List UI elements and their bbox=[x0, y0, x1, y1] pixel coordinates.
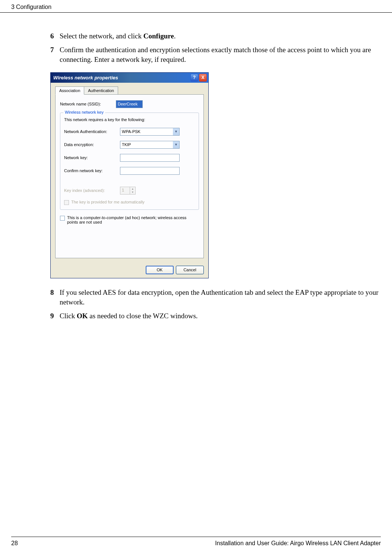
step-8: 8 If you selected AES for data encryptio… bbox=[50, 288, 381, 307]
step-text: Click OK as needed to close the WZC wind… bbox=[60, 311, 381, 321]
cancel-button[interactable]: Cancel bbox=[176, 266, 204, 274]
document-title: Installation and User Guide: Airgo Wirel… bbox=[215, 540, 381, 547]
wireless-properties-dialog: Wireless network properties ? X Associat… bbox=[50, 72, 209, 278]
dialog-footer: OK Cancel bbox=[51, 262, 208, 278]
auth-label: Network Authentication: bbox=[64, 129, 120, 134]
auto-key-label: The key is provided for me automatically bbox=[71, 200, 145, 204]
text-fragment: as needed to close the WZC windows. bbox=[88, 312, 197, 320]
screenshot-container: Wireless network properties ? X Associat… bbox=[50, 72, 381, 278]
bold-ui-term: OK bbox=[77, 312, 88, 320]
auth-row: Network Authentication: WPA-PSK ▼ bbox=[64, 128, 195, 136]
text-fragment: Click bbox=[60, 312, 77, 320]
encrypt-label: Data encryption: bbox=[64, 142, 120, 147]
dropdown-value: TKIP bbox=[120, 142, 132, 147]
adhoc-label: This is a computer-to-computer (ad hoc) … bbox=[67, 215, 190, 224]
adhoc-checkbox[interactable] bbox=[60, 216, 65, 221]
dialog-titlebar: Wireless network properties ? X bbox=[51, 73, 208, 83]
netkey-label: Network key: bbox=[64, 155, 120, 160]
step-number: 9 bbox=[50, 311, 60, 321]
key-index-label: Key index (advanced): bbox=[64, 188, 120, 193]
arrow-down-icon: ▼ bbox=[130, 190, 135, 194]
confirm-key-input[interactable] bbox=[120, 167, 180, 175]
chevron-down-icon: ▼ bbox=[173, 128, 179, 135]
ok-button[interactable]: OK bbox=[146, 266, 174, 274]
page-number: 28 bbox=[11, 540, 18, 547]
fieldset-description: This network requires a key for the foll… bbox=[64, 117, 195, 122]
step-text: Select the network, and click Configure. bbox=[60, 31, 381, 41]
step-9: 9 Click OK as needed to close the WZC wi… bbox=[50, 311, 381, 321]
adhoc-section: This is a computer-to-computer (ad hoc) … bbox=[60, 215, 199, 224]
step-number: 6 bbox=[50, 31, 60, 41]
dialog-body: Association Authentication Network name … bbox=[51, 83, 208, 262]
text-fragment: . bbox=[174, 32, 176, 40]
step-number: 8 bbox=[50, 288, 60, 307]
encrypt-dropdown[interactable]: TKIP ▼ bbox=[120, 141, 180, 149]
step-6: 6 Select the network, and click Configur… bbox=[50, 31, 381, 41]
page-header: 3 Configuration bbox=[0, 0, 392, 13]
auto-key-checkbox bbox=[64, 200, 69, 205]
dialog-title: Wireless network properties bbox=[52, 75, 118, 80]
network-key-input[interactable] bbox=[120, 154, 180, 162]
content-area: 6 Select the network, and click Configur… bbox=[0, 13, 392, 321]
tab-strip: Association Authentication bbox=[55, 86, 204, 95]
help-button[interactable]: ? bbox=[190, 74, 198, 82]
titlebar-buttons: ? X bbox=[190, 74, 207, 82]
confirm-key-row: Confirm network key: bbox=[64, 167, 195, 175]
step-number: 7 bbox=[50, 45, 60, 65]
key-index-spinner: 1 ▲ ▼ bbox=[120, 187, 136, 195]
spinner-value: 1 bbox=[120, 187, 130, 194]
dropdown-value: WPA-PSK bbox=[120, 129, 142, 134]
bold-ui-term: Configure bbox=[143, 32, 174, 40]
key-index-row: Key index (advanced): 1 ▲ ▼ bbox=[64, 187, 195, 195]
encrypt-row: Data encryption: TKIP ▼ bbox=[64, 141, 195, 149]
chapter-title: Configuration bbox=[16, 4, 51, 10]
chevron-down-icon: ▼ bbox=[173, 141, 179, 148]
close-button[interactable]: X bbox=[199, 74, 207, 82]
ssid-row: Network name (SSID): bbox=[60, 100, 199, 108]
fieldset-legend: Wireless network key bbox=[63, 110, 105, 114]
tab-panel-association: Network name (SSID): Wireless network ke… bbox=[55, 94, 204, 258]
text-fragment: Select the network, and click bbox=[60, 32, 143, 40]
wireless-key-fieldset: Wireless network key This network requir… bbox=[60, 113, 199, 210]
tab-authentication[interactable]: Authentication bbox=[84, 86, 118, 95]
ssid-label: Network name (SSID): bbox=[60, 102, 116, 106]
ssid-input[interactable] bbox=[116, 100, 143, 108]
page-footer: 28 Installation and User Guide: Airgo Wi… bbox=[11, 537, 381, 547]
chapter-number: 3 bbox=[11, 4, 15, 10]
adhoc-row: This is a computer-to-computer (ad hoc) … bbox=[60, 215, 199, 224]
step-text: Confirm the authentication and encryptio… bbox=[60, 45, 381, 65]
auto-key-row: The key is provided for me automatically bbox=[64, 200, 195, 205]
tab-association[interactable]: Association bbox=[55, 86, 84, 95]
confirm-key-label: Confirm network key: bbox=[64, 168, 120, 173]
netkey-row: Network key: bbox=[64, 154, 195, 162]
arrow-up-icon: ▲ bbox=[130, 187, 135, 191]
spinner-arrows: ▲ ▼ bbox=[130, 187, 135, 194]
auth-dropdown[interactable]: WPA-PSK ▼ bbox=[120, 128, 180, 136]
step-text: If you selected AES for data encryption,… bbox=[60, 288, 381, 307]
step-7: 7 Confirm the authentication and encrypt… bbox=[50, 45, 381, 65]
